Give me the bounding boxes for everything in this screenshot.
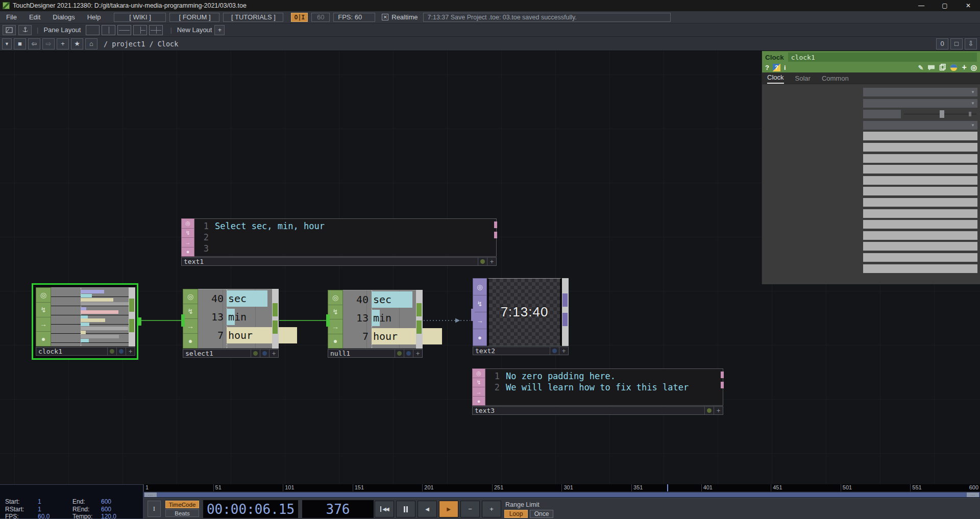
dat-output-connector[interactable] [721, 372, 724, 378]
frame-ruler[interactable]: 600 151101151201251301351401451501551 [143, 484, 980, 491]
node-name-bar[interactable]: select1 + [183, 349, 279, 358]
flag-bypass-icon[interactable]: ↯ [473, 295, 486, 312]
node-flag-column[interactable]: ◎ ↯ → ● [183, 289, 198, 349]
node-text2[interactable]: ◎ ↯ → ● 7:13:40 text2 + [473, 278, 569, 355]
node-add-button[interactable]: + [126, 348, 135, 355]
node-flag-column[interactable]: ◎ ↯ → ● [473, 278, 487, 346]
chop-output-connector[interactable] [138, 317, 141, 326]
rend-value[interactable]: 600 [101, 506, 111, 513]
flag-export-icon[interactable]: → [473, 312, 486, 329]
help-icon[interactable]: ? [765, 64, 769, 71]
pane-window-icon[interactable] [3, 25, 16, 35]
info-icon[interactable]: i [784, 64, 786, 71]
chop-output-connector[interactable] [273, 320, 278, 334]
flag-export-icon[interactable]: → [473, 387, 485, 397]
dat-text-body[interactable]: 1No zero padding here.2We will learn how… [485, 368, 723, 406]
top-output-connector[interactable] [562, 293, 568, 307]
minimize-button[interactable]: — [910, 0, 933, 11]
range-scrollbar[interactable]: ... ... [143, 491, 980, 498]
stop-button[interactable]: ■ [14, 38, 26, 50]
start-value[interactable]: 1 [38, 498, 41, 505]
node-text1[interactable]: ◎ ↯ → ● 1Select sec, min, hour23 text1 + [181, 218, 497, 266]
layout-preset-three[interactable] [133, 25, 147, 35]
dat-text-body[interactable]: 1Select sec, min, hour23 [194, 218, 497, 257]
top-input-connector[interactable] [471, 309, 475, 321]
play-reverse-button[interactable]: ◀ [418, 501, 437, 517]
node-comment-button[interactable] [260, 350, 269, 357]
node-add-button[interactable]: + [487, 258, 496, 265]
node-color-button[interactable] [251, 350, 260, 357]
chop-input-connector[interactable] [181, 314, 185, 327]
tab-solar[interactable]: Solar [795, 75, 811, 84]
node-add-button[interactable]: + [413, 350, 422, 357]
menu-dialogs[interactable]: Dialogs [46, 13, 81, 21]
param-text-input[interactable] [863, 231, 977, 240]
pause-button[interactable] [396, 501, 415, 517]
python-icon[interactable] [950, 64, 958, 71]
home-button[interactable]: ⌂ [85, 38, 97, 50]
timecode-mode-button[interactable]: TimeCode [165, 501, 199, 508]
tab-common[interactable]: Common [822, 75, 849, 84]
flag-cook-icon[interactable]: ● [183, 334, 198, 348]
top-viewer[interactable]: 7:13:40 [487, 278, 562, 346]
comment-pencil-icon[interactable]: ✎ [918, 64, 924, 71]
chop-output-connector[interactable] [129, 319, 134, 332]
play-button[interactable]: ▶ [439, 501, 458, 517]
flag-viewer-icon[interactable]: ◎ [473, 369, 485, 378]
flag-export-icon[interactable]: → [36, 317, 51, 332]
dat-output-connector[interactable] [494, 221, 497, 228]
rstart-value[interactable]: 1 [38, 506, 41, 513]
fps-value[interactable]: 60.0 [38, 513, 50, 519]
tab-clock[interactable]: Clock [767, 73, 784, 84]
add-parameter-icon[interactable]: + [962, 63, 966, 72]
new-layout-add-button[interactable]: + [214, 25, 225, 35]
flag-cook-icon[interactable]: ● [182, 248, 194, 257]
operator-name-field[interactable]: clock1 [788, 53, 977, 62]
tempo-value[interactable]: 120.0 [101, 513, 116, 519]
range-handle-right[interactable]: ... [967, 492, 979, 497]
flag-export-icon[interactable]: → [328, 319, 342, 334]
beats-mode-button[interactable]: Beats [165, 509, 199, 517]
network-editor[interactable]: ◎ ↯ → ● 1Select sec, min, hour23 text1 +… [0, 51, 980, 484]
top-output-connector[interactable] [562, 313, 568, 326]
dat-output-connector[interactable] [721, 382, 724, 388]
add-pane-button[interactable]: + [57, 38, 69, 50]
node-comment-button[interactable] [550, 347, 559, 355]
independent-time-button[interactable]: I [148, 501, 161, 517]
node-comment-button[interactable] [116, 348, 126, 355]
chop-channel-view[interactable]: 40sec 13min 7hour [198, 289, 272, 349]
playhead[interactable] [667, 484, 668, 491]
end-value[interactable]: 600 [101, 498, 111, 505]
flag-export-icon[interactable]: → [182, 238, 194, 248]
close-button[interactable]: ✕ [957, 0, 980, 11]
param-dropdown[interactable]: ▼ [863, 121, 977, 130]
node-name-bar[interactable]: text3 + [472, 406, 723, 415]
param-text-input[interactable] [863, 209, 977, 218]
layout-preset-single[interactable] [86, 25, 100, 35]
layout-preset-vsplit[interactable] [102, 25, 115, 35]
param-slider[interactable] [904, 110, 976, 118]
node-color-button[interactable] [704, 407, 714, 414]
copy-parameters-icon[interactable] [939, 64, 946, 71]
step-back-button[interactable]: − [460, 501, 480, 517]
chop-input-connector[interactable] [326, 314, 330, 327]
node-color-button[interactable] [395, 350, 404, 357]
menu-file[interactable]: File [0, 13, 23, 21]
rewind-to-start-button[interactable]: ◀◀ [375, 501, 394, 517]
param-text-input[interactable] [863, 198, 977, 207]
range-fill[interactable] [143, 492, 980, 498]
dat-output-connector[interactable] [494, 232, 497, 238]
param-text-input[interactable] [863, 242, 977, 251]
pane-anchor-icon[interactable] [18, 25, 32, 35]
flag-export-icon[interactable]: → [183, 319, 198, 334]
node-flag-column[interactable]: ◎ ↯ → ● [181, 218, 194, 257]
node-add-button[interactable]: + [559, 347, 568, 355]
node-null1[interactable]: ◎ ↯ → ● 40sec 13min 7hour null1 [328, 290, 423, 358]
chop-output-connector[interactable] [416, 303, 422, 316]
param-text-input[interactable] [863, 253, 977, 262]
layout-preset-grid[interactable] [149, 25, 163, 35]
node-add-button[interactable]: + [269, 350, 278, 357]
collapse-pane-button[interactable]: ⇩ [965, 38, 977, 50]
flag-viewer-icon[interactable]: ◎ [182, 219, 194, 229]
node-flag-column[interactable]: ◎ ↯ → ● [36, 287, 51, 347]
